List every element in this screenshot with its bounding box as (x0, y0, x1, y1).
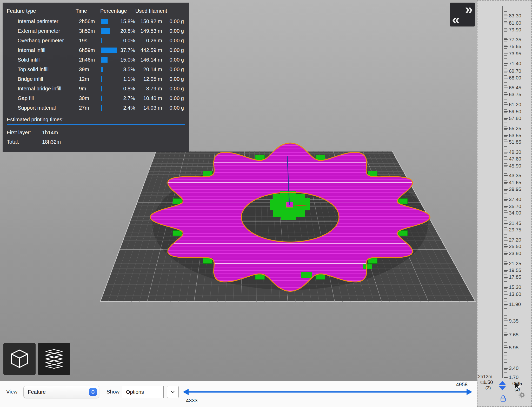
slider-right-arrow[interactable] (467, 389, 472, 395)
first-layer-time-row: First layer: 1h14m (7, 128, 185, 137)
arrow-up-icon[interactable] (499, 381, 506, 385)
show-options-value: Options (126, 389, 144, 395)
tick-label: 37.40 (509, 197, 521, 202)
tick-dash (504, 246, 508, 247)
layer-slider-track[interactable] (502, 6, 503, 378)
tick-label: 71.40 (509, 61, 521, 66)
tick-label: 41.65 (509, 180, 521, 185)
tick-label: 59.50 (509, 109, 521, 115)
tick-label: 73.95 (509, 51, 521, 57)
tick-dash (504, 347, 508, 348)
move-range-slider[interactable] (182, 386, 473, 398)
tick-label: 1.70 (509, 375, 518, 380)
layer-tick: 13.60 (504, 291, 521, 298)
layer-tick: 47.60 (504, 156, 521, 162)
feature-color-swatch (7, 47, 7, 53)
feature-color-swatch (7, 66, 7, 72)
feature-color-swatch (7, 18, 7, 24)
view-layers-button[interactable] (38, 343, 70, 375)
percentage-value: 15.0% (108, 57, 135, 63)
tick-label: 9.35 (509, 318, 518, 324)
layer-tick: 31.45 (504, 220, 521, 227)
layer-tick: 55.25 (504, 125, 521, 132)
tick-dash (504, 223, 508, 224)
feature-name: Solid infill (18, 57, 79, 63)
layer-tick: 35.70 (504, 203, 521, 210)
legend-row: Internal infill 6h59m 37.7% 442.59 m 0.0… (7, 45, 185, 55)
tick-label: 35.70 (509, 204, 521, 209)
lock-icon[interactable] (500, 395, 507, 402)
layer-height-left-count: (2) (481, 385, 496, 391)
layer-tick: 51.85 (504, 139, 521, 145)
view-mode-selected-value: Feature (28, 389, 46, 395)
layer-height-left-label: 1.50 (2) (481, 379, 496, 391)
layer-tick: 49.30 (504, 149, 521, 156)
legend-row: Internal bridge infill 9m 0.8% 8.79 m 0.… (7, 84, 185, 94)
tick-dash (504, 39, 508, 40)
tick-dash (504, 175, 508, 176)
layer-tick: 43.35 (504, 172, 521, 179)
tick-label: 19.55 (509, 268, 521, 273)
mouse-cursor-icon (514, 381, 523, 390)
view-mode-buttons (3, 343, 70, 375)
layer-tick: 73.95 (504, 50, 521, 57)
filament-weight: 0.00 g (162, 38, 184, 44)
layer-tick: 37.40 (504, 196, 521, 203)
tick-label: 55.25 (509, 126, 521, 131)
layer-tick: 11.90 (504, 301, 521, 308)
view-mode-select[interactable]: Feature (23, 386, 99, 398)
feature-time: 12m (79, 76, 101, 82)
feature-time: 3h52m (79, 28, 101, 34)
filament-length: 14.03 m (135, 105, 162, 111)
tick-dash (504, 206, 508, 207)
feature-percentage-cell: 37.7% (101, 47, 135, 53)
layer-tick: 41.65 (504, 179, 521, 186)
filament-weight: 0.00 g (162, 28, 184, 34)
percentage-value: 3.5% (103, 66, 135, 72)
options-dropdown-button[interactable] (167, 386, 179, 398)
arrow-down-icon[interactable] (499, 386, 506, 390)
percentage-bar (101, 48, 117, 53)
tick-dash (504, 16, 508, 16)
layer-tick: 21.25 (504, 260, 521, 267)
tick-label: 34.00 (509, 210, 521, 216)
tick-dash (504, 377, 508, 378)
gear-icon[interactable] (518, 391, 526, 399)
tick-label: 49.30 (509, 149, 521, 155)
feature-color-swatch (7, 57, 7, 63)
tick-label: 39.95 (509, 186, 521, 192)
percentage-value: 0.8% (102, 86, 135, 92)
slider-left-arrow[interactable] (183, 389, 189, 395)
tick-label: 13.60 (509, 291, 521, 297)
tick-dash (504, 152, 508, 152)
feature-color-swatch (7, 105, 7, 111)
tick-label: 68.00 (509, 75, 521, 81)
filament-weight: 0.00 g (162, 57, 184, 63)
layer-slider-handle[interactable] (499, 381, 506, 390)
legend-divider (7, 124, 185, 125)
layer-tick: 9.35 (504, 318, 518, 324)
tick-label: 27.20 (509, 237, 521, 243)
feature-percentage-cell: 2.4% (101, 105, 135, 111)
layer-tick: 53.55 (504, 132, 521, 139)
collapse-panel-button[interactable]: » « (450, 3, 475, 26)
percentage-value: 2.7% (102, 95, 135, 101)
tick-label: 7.65 (509, 332, 518, 338)
layer-tick: 29.75 (504, 226, 521, 233)
feature-name: Gap fill (18, 95, 79, 101)
total-value: 18h32m (42, 139, 61, 145)
feature-time: 19s (79, 38, 101, 44)
filament-length: 10.40 m (135, 95, 162, 101)
feature-percentage-cell: 3.5% (101, 66, 135, 72)
show-options-button[interactable]: Options (122, 386, 164, 398)
filament-weight: 0.00 g (162, 66, 184, 72)
layer-tick: 65.45 (504, 84, 521, 91)
move-range-start-value: 4333 (186, 398, 198, 404)
filament-length: 12.05 m (135, 76, 162, 82)
viewport-3d[interactable]: Feature type Time Percentage Used filame… (0, 0, 477, 381)
tick-dash (504, 304, 508, 305)
tick-label: 11.90 (509, 302, 521, 307)
view-3d-button[interactable] (3, 343, 36, 375)
filament-length: 8.79 m (135, 86, 162, 92)
feature-color-swatch (7, 85, 7, 92)
